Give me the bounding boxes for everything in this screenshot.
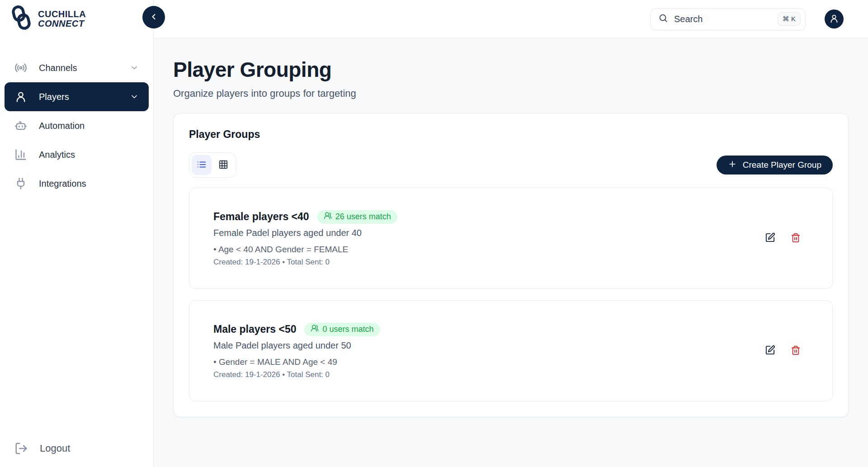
plug-icon	[14, 177, 27, 190]
sidebar-item-analytics[interactable]: Analytics	[5, 140, 149, 169]
sidebar-item-label: Automation	[39, 121, 85, 131]
top-header: ⌘ K	[154, 0, 868, 38]
sidebar-item-label: Channels	[39, 63, 77, 73]
users-match-label: 0 users match	[322, 325, 373, 334]
main-column: ⌘ K Player Grouping Organize players int…	[154, 0, 868, 467]
panel-title: Player Groups	[189, 128, 833, 141]
search-input[interactable]	[674, 14, 772, 24]
delete-group-button[interactable]	[791, 233, 801, 244]
list-icon	[197, 160, 207, 171]
sidebar-collapse-button[interactable]	[142, 6, 165, 28]
player-groups-panel: Player Groups	[173, 113, 849, 417]
trash-icon	[791, 345, 801, 357]
user-avatar-button[interactable]	[825, 9, 844, 28]
sidebar-item-integrations[interactable]: Integrations	[5, 169, 149, 198]
bar-chart-icon	[14, 148, 27, 161]
group-description: Male Padel players aged under 50	[213, 340, 380, 351]
group-rule: • Age < 40 AND Gender = FEMALE	[213, 245, 397, 255]
users-match-label: 26 users match	[335, 212, 391, 222]
user-icon	[829, 14, 839, 25]
group-actions	[765, 232, 801, 244]
group-rule: • Gender = MALE AND Age < 49	[213, 357, 380, 367]
edit-group-button[interactable]	[765, 345, 775, 357]
player-group-card: Male players <50 0 users match Male Pade…	[189, 300, 833, 401]
brand-line2: CONNECT	[38, 19, 86, 28]
user-icon	[14, 90, 27, 103]
brand-line1: CUCHILLA	[38, 9, 86, 19]
logout-label: Logout	[40, 443, 70, 454]
group-actions	[765, 345, 801, 357]
page-content: Player Grouping Organize players into gr…	[154, 38, 868, 467]
group-name: Male players <50	[213, 323, 296, 335]
search-shortcut-badge: ⌘ K	[778, 12, 801, 26]
sidebar-item-label: Analytics	[39, 150, 75, 160]
view-toggle	[189, 152, 236, 178]
list-view-button[interactable]	[192, 155, 212, 175]
plus-icon	[728, 160, 737, 171]
bot-icon	[14, 119, 27, 132]
group-meta: Created: 19-1-2026 • Total Sent: 0	[213, 370, 380, 379]
page-subtitle: Organize players into groups for targeti…	[173, 88, 849, 99]
edit-pencil-icon	[765, 232, 775, 244]
player-group-card: Female players <40 26 users match Female…	[189, 188, 833, 289]
sidebar-item-channels[interactable]: Channels	[5, 53, 149, 82]
chevron-down-icon	[130, 63, 139, 72]
sidebar-item-automation[interactable]: Automation	[5, 111, 149, 140]
create-player-group-label: Create Player Group	[743, 160, 821, 170]
sidebar: CUCHILLA CONNECT Channels Players	[0, 0, 154, 467]
search-box[interactable]: ⌘ K	[651, 8, 806, 30]
chevron-left-icon	[149, 12, 158, 23]
sidebar-item-label: Integrations	[39, 179, 86, 189]
delete-group-button[interactable]	[791, 345, 801, 357]
users-icon	[311, 324, 319, 335]
users-match-badge: 26 users match	[317, 210, 397, 224]
panel-toolbar: Create Player Group	[189, 152, 833, 178]
page-title: Player Grouping	[173, 57, 849, 82]
grid-view-button[interactable]	[213, 155, 233, 175]
sidebar-item-players[interactable]: Players	[5, 82, 149, 111]
chain-links-logo-icon	[10, 5, 33, 33]
group-description: Female Padel players aged under 40	[213, 228, 397, 238]
create-player-group-button[interactable]: Create Player Group	[717, 156, 833, 175]
edit-pencil-icon	[765, 345, 775, 357]
sidebar-nav: Channels Players Automation	[0, 53, 153, 198]
logout-button[interactable]: Logout	[14, 442, 70, 455]
users-icon	[324, 212, 332, 222]
brand-name: CUCHILLA CONNECT	[38, 9, 86, 28]
group-name: Female players <40	[213, 211, 309, 223]
chevron-down-icon	[130, 92, 139, 101]
brand-logo: CUCHILLA CONNECT	[0, 0, 153, 33]
edit-group-button[interactable]	[765, 232, 775, 244]
logout-icon	[14, 442, 28, 455]
trash-icon	[791, 233, 801, 244]
grid-icon	[218, 160, 228, 171]
users-match-badge: 0 users match	[304, 323, 380, 336]
radio-icon	[14, 61, 27, 74]
group-info: Male players <50 0 users match Male Pade…	[213, 323, 380, 379]
group-meta: Created: 19-1-2026 • Total Sent: 0	[213, 258, 397, 267]
group-info: Female players <40 26 users match Female…	[213, 210, 397, 267]
search-icon	[658, 13, 668, 25]
sidebar-item-label: Players	[39, 92, 69, 102]
app-root: CUCHILLA CONNECT Channels Players	[0, 0, 868, 467]
